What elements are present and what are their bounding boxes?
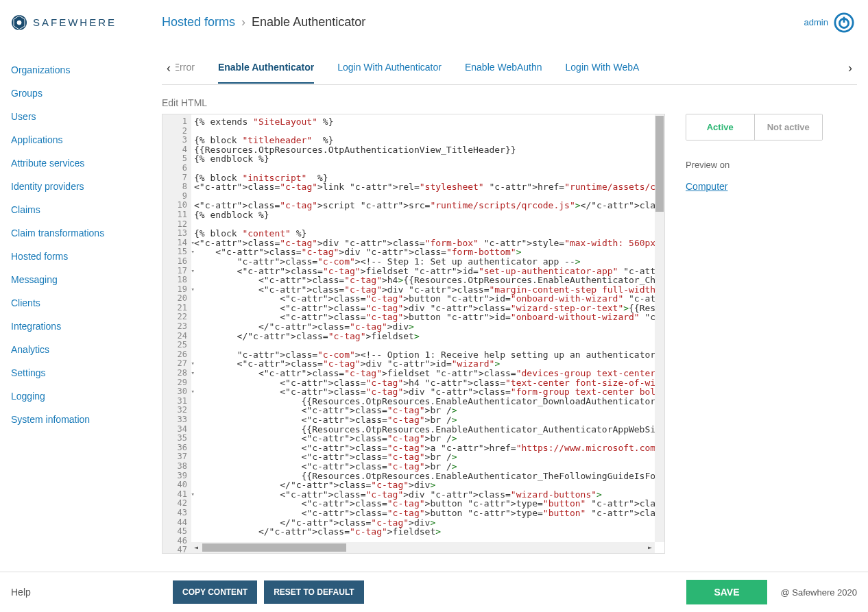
user-area[interactable]: admin	[804, 12, 854, 33]
vertical-scrollbar[interactable]	[655, 114, 664, 542]
preview-computer-link[interactable]: Computer	[686, 181, 823, 192]
breadcrumb-current: Enable Authenticator	[252, 15, 365, 29]
toggle-active[interactable]: Active	[686, 114, 754, 140]
tab-partial-left[interactable]: st Error	[176, 52, 195, 84]
sidebar-item-clients[interactable]: Clients	[11, 291, 162, 315]
code-content[interactable]: {% extends "SiteLayout" %} {% block "tit…	[194, 117, 655, 542]
horizontal-scrollbar[interactable]: ◄ ►	[191, 542, 655, 553]
username: admin	[804, 17, 828, 27]
sidebar-item-messaging[interactable]: Messaging	[11, 268, 162, 291]
sidebar: OrganizationsGroupsUsersApplicationsAttr…	[0, 45, 162, 579]
tab-scroll-right-icon[interactable]: ›	[843, 61, 857, 75]
svg-point-1	[17, 21, 21, 25]
footer: Help COPY CONTENT RESET TO DEFAULT SAVE …	[0, 572, 868, 612]
help-link[interactable]: Help	[11, 587, 173, 598]
tab-enable-authenticator[interactable]: Enable Authenticator	[218, 52, 314, 84]
sidebar-item-logging[interactable]: Logging	[11, 384, 162, 408]
sidebar-item-claims[interactable]: Claims	[11, 198, 162, 221]
tab-enable-webauthn[interactable]: Enable WebAuthn	[465, 52, 542, 84]
editor-area: 1234567891011121314151617181920212223242…	[162, 114, 857, 554]
side-panel: Active Not active Preview on Computer	[686, 114, 823, 554]
horizontal-scroll-thumb[interactable]	[202, 543, 346, 552]
content-area: ‹ st ErrorEnable AuthenticatorLogin With…	[162, 45, 868, 579]
sidebar-item-analytics[interactable]: Analytics	[11, 338, 162, 361]
tabs-row: ‹ st ErrorEnable AuthenticatorLogin With…	[162, 51, 857, 85]
logo[interactable]: SAFEWHERE	[11, 14, 162, 31]
sidebar-item-system-infomation[interactable]: System infomation	[11, 408, 162, 431]
save-button[interactable]: SAVE	[686, 580, 767, 604]
copyright-text: @ Safewhere 2020	[781, 587, 858, 598]
preview-on-label: Preview on	[686, 160, 823, 170]
edit-html-label: Edit HTML	[162, 97, 857, 108]
sidebar-item-users[interactable]: Users	[11, 105, 162, 128]
breadcrumb: Hosted forms › Enable Authenticator	[162, 15, 365, 29]
sidebar-item-organizations[interactable]: Organizations	[11, 58, 162, 82]
breadcrumb-parent[interactable]: Hosted forms	[162, 15, 235, 29]
sidebar-item-settings[interactable]: Settings	[11, 361, 162, 384]
reset-to-default-button[interactable]: RESET TO DEFAULT	[264, 580, 364, 604]
tab-partial-right[interactable]: Login With WebA	[566, 52, 640, 84]
power-icon[interactable]	[834, 12, 854, 33]
active-toggle: Active Not active	[686, 114, 823, 140]
sidebar-item-integrations[interactable]: Integrations	[11, 315, 162, 338]
breadcrumb-separator: ›	[241, 15, 245, 29]
sidebar-item-identity-providers[interactable]: Identity providers	[11, 175, 162, 198]
toggle-inactive[interactable]: Not active	[754, 114, 823, 140]
code-editor[interactable]: 1234567891011121314151617181920212223242…	[162, 114, 665, 554]
tab-scroll-left-icon[interactable]: ‹	[162, 61, 176, 75]
line-gutter: 1234567891011121314151617181920212223242…	[162, 114, 191, 553]
copy-content-button[interactable]: COPY CONTENT	[173, 580, 257, 604]
logo-icon	[11, 14, 27, 31]
vertical-scroll-thumb[interactable]	[655, 116, 664, 212]
tab-login-with-authenticator[interactable]: Login With Authenticator	[337, 52, 442, 84]
header: SAFEWHERE Hosted forms › Enable Authenti…	[0, 0, 868, 45]
tabs-scroll: st ErrorEnable AuthenticatorLogin With A…	[176, 52, 843, 84]
sidebar-item-attribute-services[interactable]: Attribute services	[11, 151, 162, 175]
sidebar-item-groups[interactable]: Groups	[11, 82, 162, 105]
main: OrganizationsGroupsUsersApplicationsAttr…	[0, 45, 868, 579]
sidebar-item-hosted-forms[interactable]: Hosted forms	[11, 245, 162, 268]
sidebar-item-claim-transformations[interactable]: Claim transformations	[11, 221, 162, 245]
hscroll-left-icon[interactable]: ◄	[191, 542, 201, 553]
hscroll-right-icon[interactable]: ►	[645, 542, 655, 553]
brand-text: SAFEWHERE	[33, 16, 117, 28]
sidebar-item-applications[interactable]: Applications	[11, 128, 162, 151]
action-buttons: COPY CONTENT RESET TO DEFAULT	[173, 580, 364, 604]
